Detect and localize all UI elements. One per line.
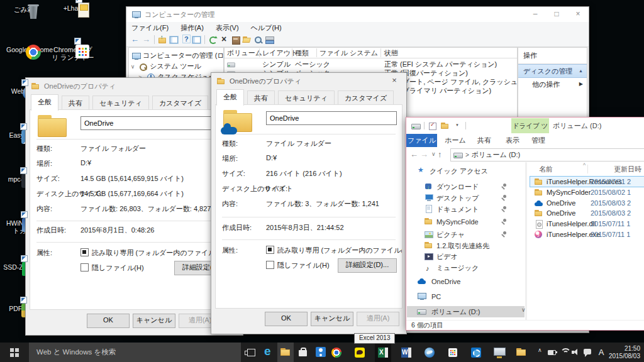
column-divider[interactable] (292, 48, 292, 57)
sidebar-item-quick-access[interactable]: クイック アクセス (407, 165, 525, 177)
expander-open-icon[interactable]: ∨ (129, 62, 136, 72)
desktop-icon-lhaca[interactable]: +Lhaca (63, 3, 86, 12)
ok-button[interactable]: OK (265, 312, 308, 326)
sidebar-item-mysyncfolder[interactable]: MySyncFolde (407, 216, 525, 228)
edge-button[interactable] (260, 343, 276, 362)
sidebar-item-onedrive[interactable]: OneDrive (407, 276, 525, 287)
breadcrumb-item[interactable]: ボリューム (D:) (472, 150, 520, 160)
tab-file[interactable]: ファイル (406, 134, 437, 147)
breadcrumb[interactable]: > ボリューム (D:) (450, 148, 644, 162)
tab-share[interactable]: 共有 (472, 134, 497, 147)
sidebar-item-torihikisaki[interactable]: 1.2.取引先連絡先 (407, 240, 525, 251)
start-button[interactable] (0, 343, 29, 362)
desktop-icon-chrome[interactable]: Google Chrome (6, 44, 42, 53)
volume-icon[interactable] (570, 343, 581, 362)
sidebar-scrollbar[interactable] (525, 162, 527, 321)
nav-history-icon[interactable] (430, 151, 436, 159)
readonly-checkbox[interactable] (266, 246, 274, 254)
tab-customize[interactable]: カスタマイズ (338, 90, 394, 105)
forward-icon[interactable] (142, 36, 151, 44)
sidebar-item-videos[interactable]: ビデオ (407, 251, 525, 262)
tab-general[interactable]: 全般 (216, 89, 244, 106)
help-icon[interactable] (180, 36, 190, 44)
tray-expand-icon[interactable] (535, 343, 546, 362)
console-tree-icon[interactable] (169, 36, 179, 44)
column-header-filesystem[interactable]: ファイル システム (319, 48, 378, 58)
hidden-checkbox-row[interactable]: 隠しファイル(H) (266, 261, 330, 270)
ok-button[interactable]: OK (87, 314, 130, 328)
sidebar-item-pictures[interactable]: ピクチャ (407, 229, 525, 240)
nav-back-icon[interactable] (409, 151, 419, 159)
file-row-itunes-resources[interactable]: iTunesHelper.Resources 2015/07/31 2 (530, 177, 644, 187)
tab-sharing[interactable]: 共有 (247, 90, 275, 105)
breadcrumb-separator-icon[interactable]: > (465, 151, 469, 158)
tab-security[interactable]: セキュリティ (92, 96, 149, 110)
advanced-button[interactable]: 詳細設定(D)... (338, 258, 397, 273)
nav-up-icon[interactable] (436, 151, 446, 159)
tab-view[interactable]: 表示 (501, 134, 525, 147)
tab-home[interactable]: ホーム (443, 134, 468, 147)
tab-security[interactable]: セキュリティ (278, 90, 335, 105)
column-header-date[interactable]: 更新日時 (614, 165, 641, 174)
wifi-icon[interactable] (560, 343, 570, 362)
excel-button[interactable] (375, 343, 391, 362)
column-header-name[interactable]: 名前 (539, 165, 553, 174)
apply-button[interactable]: 適用(A) (357, 312, 399, 326)
properties-icon[interactable] (231, 36, 240, 44)
hidden-checkbox[interactable] (266, 261, 274, 269)
folder-button[interactable] (513, 343, 530, 362)
column-divider[interactable] (587, 165, 588, 173)
computer-management-button[interactable] (491, 343, 508, 362)
column-header-volume[interactable]: ボリューム (227, 48, 262, 58)
sort-ascending-icon[interactable]: ^ (583, 162, 586, 168)
readonly-checkbox[interactable] (80, 248, 89, 256)
table-row[interactable]: シンプル ベーシック 正常 (EFI システム パーティション) (225, 60, 517, 69)
sidebar-item-volume-d[interactable]: ボリューム (D:) (407, 306, 525, 317)
cancel-button[interactable]: キャンセル (133, 314, 175, 328)
settings-button[interactable] (468, 343, 484, 362)
drive-tools-tab[interactable]: ドライブ ツール (511, 118, 549, 133)
people-button[interactable] (313, 343, 329, 362)
readonly-checkbox-row[interactable]: 読み取り専用 (フォルダー内のファイルのみ)(R) (266, 246, 402, 255)
sidebar-item-documents[interactable]: ドキュメント (407, 204, 525, 215)
google-earth-button[interactable] (421, 343, 438, 362)
tab-customize[interactable]: カスタマイズ (152, 96, 209, 110)
scrollbar-down-icon[interactable]: ∨ (521, 307, 526, 313)
new-folder-icon[interactable] (440, 122, 450, 130)
sidebar-item-downloads[interactable]: ダウンロード (407, 181, 525, 192)
tab-manage[interactable]: 管理 (526, 134, 551, 147)
file-row-onedrive-cloud[interactable]: OneDrive 2015/08/03 2 (530, 198, 644, 208)
file-row-ituneshelper-dll[interactable]: iTunesHelper.dll 2015/07/11 1 (530, 219, 644, 229)
desktop-icon-chrome-apps[interactable]: Chrome アプリ ランチャー (52, 44, 94, 61)
file-row-onedrive-folder[interactable]: OneDrive 2015/08/03 2 (530, 208, 644, 218)
properties-checkbox-icon[interactable] (428, 122, 437, 130)
tree-item-root[interactable]: コンピューターの管理 (ローカル) (129, 50, 223, 60)
folder-name-input[interactable] (266, 111, 397, 125)
close-icon[interactable]: × (385, 74, 404, 87)
column-header-type[interactable]: 種類 (295, 48, 309, 58)
cancel-button[interactable]: キャンセル (311, 312, 353, 326)
sidebar-item-desktop[interactable]: デスクトップ (407, 192, 525, 204)
tab-general[interactable]: 全般 (31, 94, 58, 111)
app-grid-button[interactable] (445, 343, 461, 362)
file-explorer-button[interactable] (277, 343, 294, 362)
store-button[interactable] (295, 343, 311, 362)
sidebar-item-music[interactable]: ミュージック (407, 262, 525, 273)
file-row-ituneshelper-exe[interactable]: iTunesHelper.exe 2015/07/11 1 (530, 229, 644, 239)
close-button[interactable]: × (567, 7, 589, 22)
find-icon[interactable] (253, 36, 263, 44)
kakaotalk-button[interactable] (352, 343, 368, 362)
ime-indicator[interactable]: A (596, 343, 606, 362)
minimize-button[interactable]: – (525, 7, 546, 22)
feedback-icon[interactable] (582, 343, 593, 362)
maximize-button[interactable]: □ (546, 7, 567, 22)
taskbar-search-input[interactable]: Web と Windows を検索 (29, 343, 241, 362)
column-divider[interactable] (380, 48, 381, 57)
up-folder-icon[interactable] (158, 36, 167, 44)
hidden-checkbox-row[interactable]: 隠しファイル(H) (80, 263, 144, 273)
hidden-checkbox[interactable] (80, 263, 89, 272)
nav-forward-icon[interactable] (419, 151, 429, 159)
actions-more[interactable]: 他の操作 ▶ (518, 78, 587, 90)
column-header-status[interactable]: 状態 (384, 48, 398, 58)
column-divider[interactable] (316, 48, 317, 57)
